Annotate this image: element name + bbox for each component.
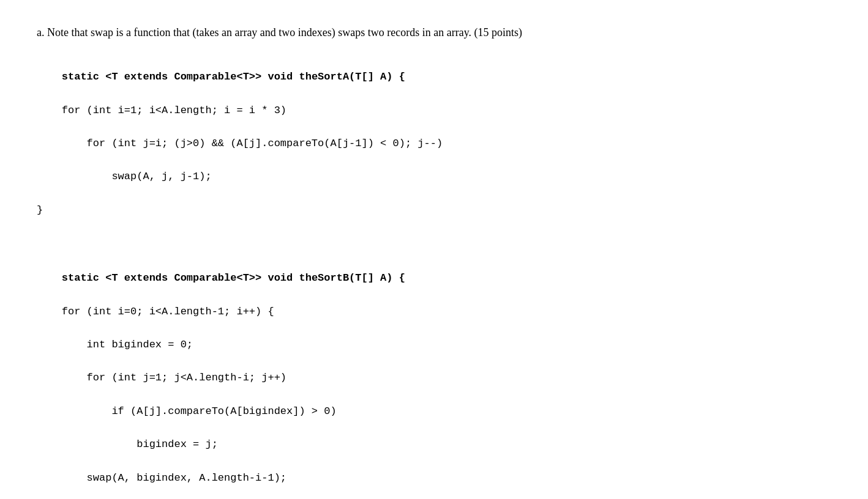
sort-a-code: static <T extends Comparable<T>> void th… [37,52,831,235]
sort-a-line3: swap(A, j, j-1); [37,171,212,182]
sort-b-line3: for (int j=1; j<A.length-i; j++) [37,372,286,383]
sort-a-line4: } [37,204,43,216]
sort-a-signature: static <T extends Comparable<T>> void th… [62,71,405,83]
sort-a-line2: for (int j=i; (j>0) && (A[j].compareTo(A… [37,138,443,149]
sort-b-signature: static <T extends Comparable<T>> void th… [62,272,405,284]
sort-b-line1: for (int i=0; i<A.length-1; i++) { [37,306,274,317]
sort-b-line6: swap(A, bigindex, A.length-i-1); [37,472,286,484]
page-content: a. Note that swap is a function that (ta… [37,24,831,499]
sort-b-line4: if (A[j].compareTo(A[bigindex]) > 0) [37,405,337,417]
intro-text: a. Note that swap is a function that (ta… [37,26,522,39]
sort-b-line2: int bigindex = 0; [37,339,193,350]
sort-a-line1: for (int i=1; i<A.length; i = i * 3) [37,105,286,116]
sort-b-line5: bigindex = j; [37,438,218,450]
intro-paragraph: a. Note that swap is a function that (ta… [37,24,831,41]
sort-b-code: static <T extends Comparable<T>> void th… [37,253,831,499]
